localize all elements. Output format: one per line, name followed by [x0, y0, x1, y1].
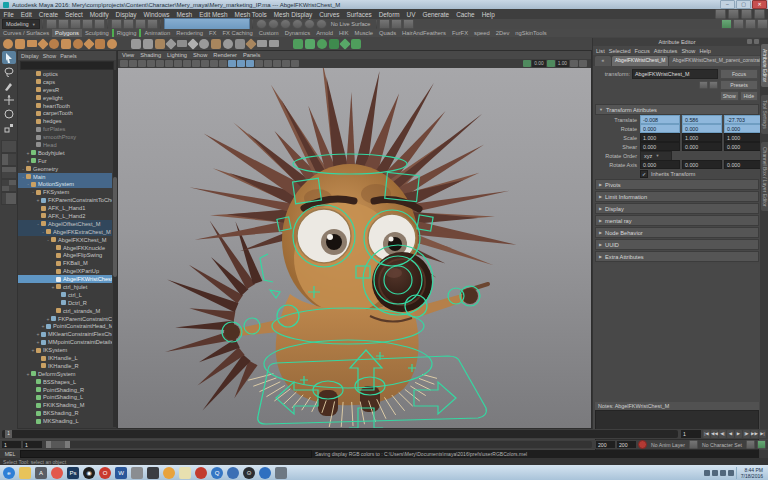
snap-icon[interactable]: [304, 19, 315, 29]
shelf-icon[interactable]: [131, 39, 141, 49]
time-slider[interactable]: 1: [2, 430, 678, 438]
character-set-label[interactable]: No Character Set: [700, 442, 744, 448]
viewport-toolbar-icon[interactable]: [201, 60, 209, 67]
outliner-row[interactable]: + ctrl_hjulet: [18, 283, 112, 291]
viewport-toolbar-icon[interactable]: [192, 60, 200, 67]
viewport-toolbar-icon[interactable]: [210, 60, 218, 67]
snap-icon[interactable]: [292, 19, 303, 29]
taskbar-app-icon[interactable]: [179, 467, 191, 479]
taskbar-app-icon[interactable]: ◉: [83, 467, 95, 479]
auto-key-button[interactable]: [638, 440, 647, 449]
menubar-icon[interactable]: [715, 9, 726, 19]
menu-item[interactable]: Edit: [17, 11, 35, 18]
file-icon[interactable]: [46, 19, 57, 29]
outliner-row[interactable]: PointShading_L: [18, 394, 112, 402]
outliner-row[interactable]: caps: [18, 78, 112, 86]
focus-button[interactable]: Focus: [720, 69, 758, 79]
shelf-tab[interactable]: Muscle: [352, 29, 376, 37]
shelf-tab[interactable]: HairAndFeathers: [399, 29, 449, 37]
anim-layer-label[interactable]: No Anim Layer: [649, 442, 687, 448]
ae-menu-item[interactable]: Help: [699, 48, 711, 54]
playback-start-field[interactable]: 1: [23, 441, 42, 448]
outliner-row[interactable]: heartTooth: [18, 102, 112, 110]
viewport-toolbar-icon[interactable]: [219, 60, 227, 67]
menu-item[interactable]: Windows: [140, 11, 173, 18]
outliner-row[interactable]: FKIKShading_M: [18, 401, 112, 409]
outliner-row[interactable]: + Bodyhjulet: [18, 149, 112, 157]
viewport-toolbar-icon[interactable]: [282, 60, 290, 67]
collapsed-section-header[interactable]: ▶Display: [595, 203, 759, 214]
taskbar-app-icon[interactable]: W: [115, 467, 127, 479]
shelf-icon[interactable]: [281, 39, 291, 49]
outliner-row[interactable]: - AbgelFKXChest_M: [18, 236, 112, 244]
status-separator[interactable]: [251, 20, 255, 29]
select-tool[interactable]: [2, 51, 16, 64]
shelf-icon[interactable]: [339, 38, 350, 49]
shelf-icon[interactable]: [73, 39, 83, 49]
menu-item[interactable]: Edit Mesh: [196, 11, 231, 18]
shelf-tab[interactable]: FX Caching: [219, 29, 255, 37]
value-field-y[interactable]: 0.000: [682, 160, 722, 169]
shelf-icon[interactable]: [305, 39, 315, 49]
taskbar-app-icon[interactable]: [259, 467, 271, 479]
outliner-row[interactable]: + FKParentConstraintChest_M: [18, 315, 112, 323]
outliner-row[interactable]: Head: [18, 141, 112, 149]
viewport-toolbar-icon[interactable]: [273, 60, 281, 67]
shelf-tab[interactable]: Sculpting: [82, 29, 114, 37]
shelf-icon[interactable]: [27, 40, 37, 47]
playback-button[interactable]: ▶▶: [751, 430, 758, 438]
outliner-row[interactable]: AbgelFlipSwing: [18, 251, 112, 259]
shelf-icon[interactable]: [211, 39, 221, 49]
notes-header[interactable]: Notes: AbgelFKWristChest_M: [595, 402, 759, 410]
animation-start-field[interactable]: 1: [2, 441, 21, 448]
shelf-tab[interactable]: 2Dev: [493, 29, 513, 37]
gamma-field[interactable]: 1.00: [556, 60, 569, 67]
value-field-z[interactable]: 0.000: [724, 124, 764, 133]
outliner-menu-item[interactable]: Panels: [60, 53, 76, 59]
viewcube-toggle-icon[interactable]: [570, 60, 578, 67]
scale-tool[interactable]: [2, 121, 16, 134]
menu-item[interactable]: Curves: [316, 11, 343, 18]
shelf-icon[interactable]: [165, 38, 176, 49]
presets-button[interactable]: Presets: [720, 80, 758, 90]
value-field-z[interactable]: 0.000: [724, 142, 764, 151]
value-field-y[interactable]: 0.586: [682, 115, 722, 124]
taskbar-app-icon[interactable]: e: [3, 467, 15, 479]
shelf-tab[interactable]: Custom: [256, 29, 282, 37]
shelf-icon[interactable]: [49, 39, 59, 49]
shelf-tab[interactable]: Polygons: [52, 29, 82, 37]
menu-item[interactable]: Display: [112, 11, 140, 18]
current-frame-marker[interactable]: 1: [5, 430, 12, 438]
outliner-row[interactable]: eyelight: [18, 94, 112, 102]
value-field-z[interactable]: -27.703: [724, 115, 764, 124]
outliner-row[interactable]: ctrl_strands_M: [18, 307, 112, 315]
value-field-y[interactable]: 0.000: [682, 142, 722, 151]
node-tab[interactable]: AbgelFKWristChest_M: [612, 56, 668, 66]
shelf-icon[interactable]: [187, 38, 198, 49]
node-tab[interactable]: AbgelFKWristChest_M_parent_constraint: [669, 56, 761, 66]
taskbar-app-icon[interactable]: [195, 467, 207, 479]
taskbar-app-icon[interactable]: O: [99, 467, 111, 479]
snap-icon[interactable]: [280, 19, 291, 29]
outliner-row[interactable]: IKHandle_L: [18, 354, 112, 362]
isolate-select-icon[interactable]: [579, 60, 587, 67]
taskbar-app-icon[interactable]: [51, 467, 63, 479]
tray-icon[interactable]: [712, 470, 718, 476]
quick-layout-button[interactable]: [1, 140, 17, 153]
menu-item[interactable]: File: [0, 11, 17, 18]
snap-icon[interactable]: [316, 19, 327, 29]
taskbar-app-icon[interactable]: ⊙: [243, 467, 255, 479]
menu-item[interactable]: UV: [403, 11, 419, 18]
render-icon[interactable]: [403, 19, 414, 29]
outliner-row[interactable]: AbgelFKWristChest_M: [18, 275, 112, 283]
outliner-row[interactable]: + MMpointConstraintDetails_M: [18, 338, 112, 346]
outliner-row[interactable]: smoothProxy: [18, 133, 112, 141]
lock-icon[interactable]: [699, 81, 708, 89]
taskbar-app-icon[interactable]: Ps: [67, 467, 79, 479]
file-icon[interactable]: [58, 19, 69, 29]
viewport-menu-item[interactable]: Shading: [140, 52, 161, 58]
outliner-row[interactable]: - MotionSystem: [18, 180, 112, 188]
shelf-icon[interactable]: [83, 38, 94, 49]
viewport-menu-item[interactable]: Show: [193, 52, 207, 58]
taskbar-app-icon[interactable]: [275, 467, 287, 479]
